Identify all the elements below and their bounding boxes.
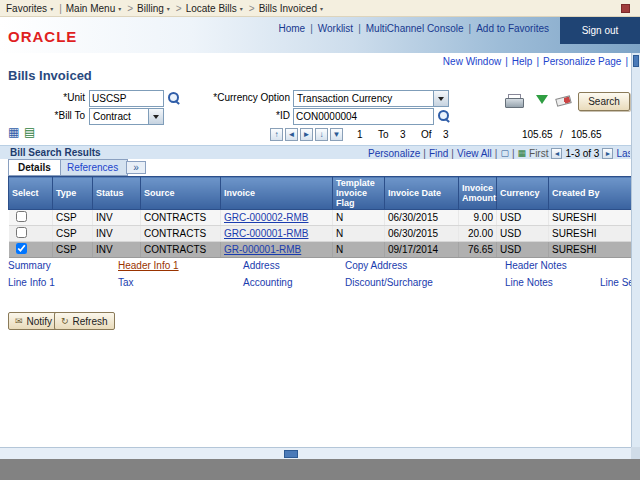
bill-results-table: Select Type Status Source Invoice Templa… [8,176,633,258]
horizontal-scrollbar[interactable] [0,447,632,459]
accounting-link[interactable]: Accounting [243,277,292,288]
worklist-link[interactable]: Worklist [313,23,358,34]
new-window-link[interactable]: New Window [443,56,501,67]
separator: > [176,3,182,14]
address-link[interactable]: Address [243,260,280,271]
scroll-top-icon[interactable]: ↑ [270,128,283,141]
copy-address-link[interactable]: Copy Address [345,260,407,271]
vertical-scrollbar-thumb[interactable] [633,55,639,67]
chevron-down-icon: ▾ [320,5,323,12]
header-links: Home | Worklist | MultiChannel Console |… [273,23,554,34]
cell-invoice-date: 09/17/2014 [385,242,459,258]
next-row-icon[interactable]: ► [300,128,313,141]
popout-icon[interactable]: ▢ [500,148,509,158]
discount-surcharge-link[interactable]: Discount/Surcharge [345,277,433,288]
home-link[interactable]: Home [273,23,310,34]
tab-details[interactable]: Details [8,159,61,176]
separator: / [560,129,563,140]
results-title: Bill Search Results [10,147,101,158]
summary-link[interactable]: Summary [8,260,51,271]
line-notes-link[interactable]: Line Notes [505,277,553,288]
pager-total: 3 [443,129,449,140]
filter-funnel-icon[interactable] [536,95,548,104]
line-info-1-link[interactable]: Line Info 1 [8,277,55,288]
tax-link[interactable]: Tax [118,277,134,288]
separator: | [625,56,628,67]
printer-icon[interactable] [505,94,523,107]
next-page-icon[interactable]: ► [602,148,613,159]
table-row-selected: CSP INV CONTRACTS GR-000001-RMB N 09/17/… [9,242,633,258]
cell-source: CONTRACTS [141,226,221,242]
chevron-down-icon [433,91,448,106]
header-info-1-link[interactable]: Header Info 1 [118,260,179,271]
col-select: Select [9,177,53,210]
download-icon[interactable]: ▤ [24,126,35,139]
select-value: Transaction Currency [294,93,433,104]
breadcrumb-item-bills-invoiced[interactable]: Bills Invoiced ▾ [259,3,325,14]
show-all-tabs-icon[interactable]: » [126,161,146,174]
personalize-page-link[interactable]: Personalize Page [543,56,621,67]
id-input[interactable] [293,108,434,125]
refresh-label: Refresh [73,316,108,327]
scroll-bottom-icon[interactable]: ↓ [315,128,328,141]
sign-out-button[interactable]: Sign out [560,17,640,44]
chevron-down-icon: ▾ [240,5,243,12]
multichannel-console-link[interactable]: MultiChannel Console [361,23,469,34]
breadcrumb-item-locate-bills[interactable]: Locate Bills ▾ [186,3,245,14]
personalize-link[interactable]: Personalize [368,148,420,159]
utility-links: New Window | Help | Personalize Page | [443,56,628,67]
prev-row-icon[interactable]: ◄ [285,128,298,141]
cell-invoice-amount: 76.65 [459,242,497,258]
find-link[interactable]: Find [429,148,448,159]
table-header-row: Select Type Status Source Invoice Templa… [9,177,633,210]
status-bar [0,459,640,480]
cell-currency: USD [497,210,549,226]
prev-page-icon[interactable]: ◄ [551,148,562,159]
row-select-checkbox[interactable] [16,227,27,238]
search-button[interactable]: Search [578,92,630,111]
id-lookup-icon[interactable] [437,109,451,123]
notify-button[interactable]: ✉ Notify [8,312,59,330]
help-link[interactable]: Help [512,56,533,67]
show-all-icon[interactable]: ▼ [330,128,343,141]
row-select-checkbox[interactable] [16,211,27,222]
bill-to-label: *Bill To [0,110,85,121]
download-grid-icon[interactable]: ▦ [518,148,527,158]
grid-icon[interactable]: ▦ [8,126,19,139]
last-link[interactable]: Last [616,148,630,159]
cell-created-by: SURESHI [549,242,633,258]
chevron-down-icon: ▾ [50,5,53,12]
row-select-checkbox[interactable] [16,243,27,254]
red-square-icon[interactable] [621,4,630,13]
refresh-button[interactable]: ↻ Refresh [54,312,115,330]
header-notes-link[interactable]: Header Notes [505,260,567,271]
col-created-by: Created By [549,177,633,210]
breadcrumb-item-main-menu[interactable]: Main Menu ▾ [66,3,123,14]
separator: | [505,56,508,67]
col-currency: Currency [497,177,549,210]
add-to-favorites-link[interactable]: Add to Favorites [471,23,554,34]
pager-of-label: Of [421,129,432,140]
bills-invoiced-page: Favorites ▾ | Main Menu ▾ > Billing ▾ > … [0,0,640,480]
first-label: First [529,148,548,159]
invoice-link[interactable]: GR-000001-RMB [224,244,301,255]
breadcrumb-label: Favorites [6,3,47,14]
cell-invoice-amount: 20.00 [459,226,497,242]
invoice-link[interactable]: GRC-000002-RMB [224,212,308,223]
horizontal-scrollbar-thumb[interactable] [284,450,298,458]
unit-label: *Unit [0,92,85,103]
currency-option-label: *Currency Option [140,92,290,103]
chevron-down-icon: ▾ [167,5,170,12]
breadcrumb-item-favorites[interactable]: Favorites ▾ [6,3,55,14]
eraser-icon[interactable] [555,95,572,107]
invoice-link[interactable]: GRC-000001-RMB [224,228,308,239]
breadcrumb-label: Billing [137,3,164,14]
results-controls: Personalize | Find | View All | ▢ | ▦ Fi… [368,147,630,159]
currency-option-select[interactable]: Transaction Currency [293,90,449,107]
cell-template-flag: N [333,226,385,242]
breadcrumb-item-billing[interactable]: Billing ▾ [137,3,172,14]
tab-references[interactable]: References [57,159,128,176]
separator: | [59,3,62,14]
view-all-link[interactable]: View All [457,148,492,159]
vertical-scrollbar[interactable] [631,53,640,447]
